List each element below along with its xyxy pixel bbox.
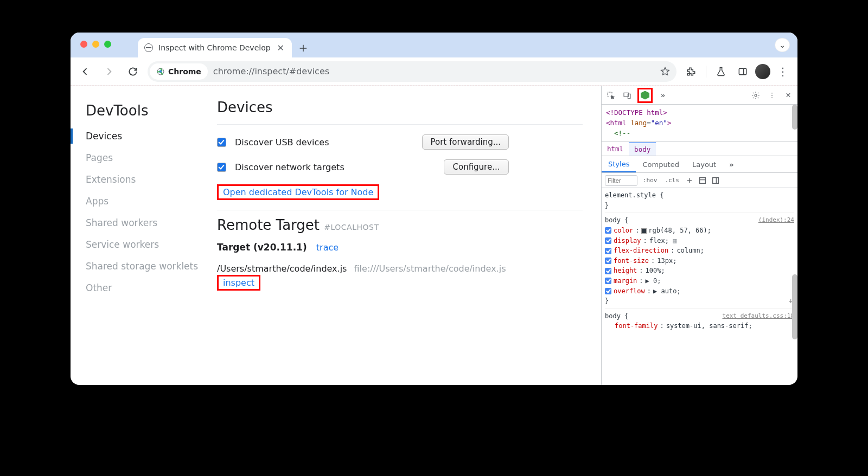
remote-target-heading: Remote Target (217, 217, 320, 233)
declaration-checkbox[interactable] (605, 258, 611, 264)
browser-toolbar: Chrome chrome://inspect/#devices ⋮ (71, 57, 797, 86)
css-declaration[interactable]: display: flex; ▦ (605, 236, 794, 246)
fullscreen-window-button[interactable] (104, 41, 111, 48)
profile-avatar[interactable] (755, 64, 770, 79)
styles-body[interactable]: element.style {} (index):24 body { color… (602, 188, 797, 385)
devtools-menu-icon[interactable]: ⋮ (766, 89, 778, 101)
dom-doctype: <!DOCTYPE html> (606, 108, 667, 117)
svg-rect-5 (628, 94, 630, 98)
computed-styles-icon[interactable] (698, 175, 707, 186)
dom-tree[interactable]: <!DOCTYPE html> <html lang="en"> <!-- (602, 105, 797, 141)
side-panel-icon[interactable] (733, 62, 752, 81)
rule-source-link[interactable]: (index):24 (758, 215, 794, 224)
declaration-checkbox[interactable] (605, 237, 611, 244)
devtools-sidebar: DevTools DevicesPagesExtensionsAppsShare… (71, 86, 217, 385)
forward-button[interactable] (100, 62, 118, 81)
sidebar-item-apps[interactable]: Apps (86, 196, 217, 207)
url-text: chrome://inspect/#devices (213, 66, 650, 76)
configure-button[interactable]: Configure... (444, 159, 509, 175)
sidebar-item-pages[interactable]: Pages (86, 152, 217, 163)
labs-icon[interactable] (712, 62, 730, 81)
devtools-panel: » ⋮ ✕ <!DOCTYPE html> <html lang="en"> <… (601, 86, 797, 385)
tab-computed[interactable]: Computed (636, 156, 686, 172)
breadcrumb-html[interactable]: html (602, 142, 629, 156)
sidebar-item-shared-workers[interactable]: Shared workers (86, 217, 217, 228)
css-declaration[interactable]: height: 100%; (605, 266, 794, 276)
more-styles-tabs-icon[interactable]: » (723, 156, 740, 172)
body-rule: (index):24 body { color: rgb(48, 57, 66)… (605, 215, 794, 308)
css-prop: flex-direction (614, 246, 668, 256)
devtools-tabbar: » ⋮ ✕ (602, 86, 797, 105)
css-declaration[interactable]: flex-direction: column; (605, 246, 794, 256)
css-prop: display (614, 236, 641, 246)
sidebar-item-devices[interactable]: Devices (86, 131, 217, 141)
declaration-checkbox[interactable] (605, 268, 611, 274)
tab-layout[interactable]: Layout (686, 156, 723, 172)
remote-target-section: Remote Target #LOCALHOST Target (v20.11.… (217, 210, 583, 300)
trace-link[interactable]: trace (316, 242, 339, 253)
extensions-icon[interactable] (682, 62, 700, 81)
rule-source-link[interactable]: text_defaults.css:18 (723, 311, 794, 320)
sidebar-title: DevTools (86, 102, 217, 119)
css-val: 100%; (646, 266, 665, 276)
close-tab-icon[interactable]: ✕ (276, 43, 285, 53)
element-style-rule: element.style {} (605, 190, 794, 213)
port-forwarding-button[interactable]: Port forwarding... (422, 134, 509, 150)
omnibox[interactable]: Chrome chrome://inspect/#devices (148, 61, 676, 82)
css-val: ▶ auto; (653, 286, 681, 297)
page-content: DevTools DevicesPagesExtensionsAppsShare… (71, 86, 797, 385)
devices-heading: Devices (217, 99, 583, 115)
bookmark-star-icon[interactable] (656, 66, 674, 77)
minimize-window-button[interactable] (92, 41, 99, 48)
tab-list-dropdown[interactable]: ⌄ (775, 38, 790, 52)
close-devtools-icon[interactable]: ✕ (782, 89, 794, 101)
sidebar-item-service-workers[interactable]: Service workers (86, 239, 217, 250)
css-declaration[interactable]: overflow: ▶ auto; (605, 286, 794, 297)
discover-usb-checkbox[interactable] (217, 138, 226, 147)
svg-rect-2 (739, 68, 746, 75)
declaration-checkbox[interactable] (605, 288, 611, 294)
nodejs-icon[interactable] (639, 89, 651, 101)
css-declaration[interactable]: color: rgb(48, 57, 66); (605, 226, 794, 236)
open-dedicated-devtools-link[interactable]: Open dedicated DevTools for Node (223, 187, 373, 197)
back-button[interactable] (76, 62, 94, 81)
css-val: 13px; (657, 256, 676, 266)
sidebar-item-shared-storage-worklets[interactable]: Shared storage worklets (86, 261, 217, 272)
remote-target-subheading: #LOCALHOST (324, 223, 379, 231)
styles-filter-input[interactable] (605, 175, 637, 186)
scrollbar-thumb[interactable] (792, 274, 797, 339)
browser-menu-icon[interactable]: ⋮ (774, 62, 792, 81)
breadcrumb-body[interactable]: body (629, 142, 656, 156)
inspect-page: DevTools DevicesPagesExtensionsAppsShare… (71, 86, 601, 385)
settings-gear-icon[interactable] (750, 89, 762, 101)
declaration-checkbox[interactable] (605, 248, 611, 254)
css-declaration[interactable]: font-size: 13px; (605, 256, 794, 266)
rule-selector: body { (605, 312, 628, 320)
window-controls (80, 41, 111, 48)
site-chip[interactable]: Chrome (150, 63, 208, 80)
inspect-element-icon[interactable] (605, 89, 617, 101)
new-tab-button[interactable]: + (295, 40, 311, 56)
declaration-checkbox[interactable] (605, 278, 611, 284)
css-declaration[interactable]: margin: ▶ 0; (605, 276, 794, 286)
rule-selector: body { (605, 216, 628, 224)
discover-network-checkbox[interactable] (217, 163, 226, 172)
cls-toggle[interactable]: .cls (663, 177, 682, 184)
main-panel: Devices Discover USB devices Port forwar… (217, 86, 601, 385)
css-prop: font-family (615, 321, 658, 331)
browser-tab[interactable]: Inspect with Chrome Develop ✕ (138, 38, 292, 57)
inspect-link[interactable]: inspect (223, 278, 254, 288)
reload-button[interactable] (124, 62, 142, 81)
sidebar-item-other[interactable]: Other (86, 282, 217, 293)
close-window-button[interactable] (80, 41, 87, 48)
more-tabs-icon[interactable]: » (657, 89, 669, 101)
declaration-checkbox[interactable] (605, 227, 611, 234)
new-style-rule-icon[interactable]: + (685, 175, 694, 185)
tab-styles[interactable]: Styles (602, 156, 636, 172)
css-val: system-ui, sans-serif; (666, 321, 752, 331)
browser-window: Inspect with Chrome Develop ✕ + ⌄ Chrome… (71, 33, 797, 385)
sidebar-item-extensions[interactable]: Extensions (86, 174, 217, 185)
toggle-sidebar-icon[interactable] (711, 175, 720, 186)
device-toolbar-icon[interactable] (621, 89, 633, 101)
hov-toggle[interactable]: :hov (641, 177, 660, 184)
